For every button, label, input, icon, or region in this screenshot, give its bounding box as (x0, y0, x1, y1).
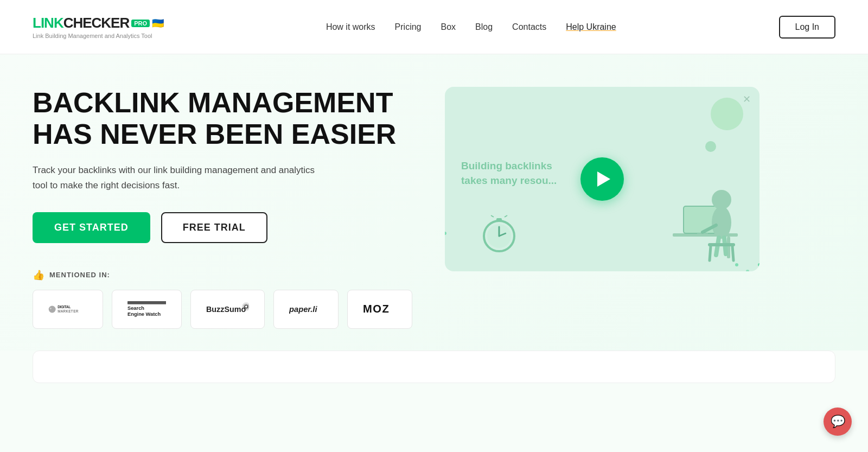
login-button[interactable]: Log In (779, 16, 835, 39)
brand-buzzsumo: BuzzSumo (190, 290, 265, 329)
brand-search-engine-watch: Search Engine Watch (112, 290, 182, 329)
video-play-button[interactable] (580, 157, 624, 201)
main-nav: How it works Pricing Box Blog Contacts H… (326, 22, 616, 32)
play-triangle-icon (597, 171, 610, 187)
hero-video-panel[interactable]: ✕ Building backlinks takes many resou... (445, 87, 760, 271)
chat-bubble-button[interactable]: 💬 (824, 408, 852, 436)
svg-text:Engine Watch: Engine Watch (127, 311, 161, 317)
video-overlay-text: Building backlinks takes many resou... (461, 159, 557, 188)
logo-flag: 🇺🇦 (152, 17, 163, 29)
logo-checker-text: CHECKER (63, 15, 130, 31)
logo-strip: DIGITAL MARKETER Search Engine Watch Buz… (33, 290, 412, 329)
hero-description: Track your backlinks with our link build… (33, 163, 315, 192)
nav-how-it-works[interactable]: How it works (326, 22, 375, 32)
nav-contacts[interactable]: Contacts (512, 22, 546, 32)
svg-line-19 (491, 215, 494, 217)
svg-text:DIGITAL: DIGITAL (58, 305, 71, 309)
hero-buttons: GET STARTED FREE TRIAL (33, 212, 412, 243)
svg-rect-5 (127, 301, 167, 304)
illus-circle-big (711, 98, 743, 130)
brand-digital-marketer: DIGITAL MARKETER (33, 290, 103, 329)
brand-paper-li: paper.li (273, 290, 339, 329)
nav-blog[interactable]: Blog (475, 22, 493, 32)
logo[interactable]: LINK CHECKER PRO 🇺🇦 Link Building Manage… (33, 15, 163, 39)
mentioned-label-text: MENTIONED IN: (49, 271, 110, 279)
search-engine-watch-logo: Search Engine Watch (127, 298, 167, 321)
site-header: LINK CHECKER PRO 🇺🇦 Link Building Manage… (0, 0, 868, 54)
brand-moz: MOZ (347, 290, 412, 329)
person-illustration (640, 157, 738, 266)
svg-text:MOZ: MOZ (363, 303, 390, 315)
svg-rect-18 (496, 218, 502, 221)
get-started-button[interactable]: GET STARTED (33, 212, 150, 243)
thumb-icon: 👍 (33, 269, 45, 281)
free-trial-button[interactable]: FREE TRIAL (161, 212, 267, 243)
svg-point-25 (712, 206, 731, 239)
svg-text:BuzzSumo: BuzzSumo (206, 305, 246, 314)
hero-title-line2: HAS NEVER BEEN EASIER (33, 118, 396, 150)
paper-li-logo: paper.li (289, 301, 323, 317)
svg-line-20 (505, 215, 507, 217)
stopwatch-illustration (477, 212, 521, 255)
dots-left (445, 222, 450, 255)
svg-line-32 (732, 246, 733, 260)
video-close-button[interactable]: ✕ (743, 93, 751, 105)
moz-logo: MOZ (363, 301, 397, 317)
svg-point-2 (49, 307, 52, 309)
mentioned-section: 👍 MENTIONED IN: DIGITAL MARKETER (33, 269, 412, 329)
logo-link-text: LINK (33, 15, 63, 31)
svg-line-31 (710, 246, 711, 260)
hero-section: BACKLINK MANAGEMENT HAS NEVER BEEN EASIE… (0, 54, 868, 351)
svg-text:MARKETER: MARKETER (58, 309, 79, 313)
svg-point-34 (445, 232, 446, 235)
svg-point-38 (758, 263, 760, 266)
hero-left: BACKLINK MANAGEMENT HAS NEVER BEEN EASIE… (33, 87, 412, 329)
svg-point-37 (746, 270, 749, 271)
nav-box[interactable]: Box (441, 22, 456, 32)
svg-text:paper.li: paper.li (289, 305, 317, 314)
svg-point-26 (712, 190, 731, 209)
bottom-hint-section (33, 351, 835, 383)
buzzsumo-logo: BuzzSumo (206, 301, 249, 317)
illus-circle-small (705, 141, 716, 152)
mentioned-label: 👍 MENTIONED IN: (33, 269, 412, 281)
nav-help-ukraine[interactable]: Help Ukraine (566, 22, 616, 32)
svg-rect-30 (708, 243, 735, 246)
svg-text:Search: Search (127, 305, 144, 311)
logo-pro-badge: PRO (131, 20, 150, 27)
hero-title-line1: BACKLINK MANAGEMENT (33, 87, 393, 118)
nav-pricing[interactable]: Pricing (395, 22, 422, 32)
digital-marketer-logo: DIGITAL MARKETER (48, 302, 87, 317)
hero-title: BACKLINK MANAGEMENT HAS NEVER BEEN EASIE… (33, 87, 412, 150)
chat-icon: 💬 (831, 415, 845, 429)
logo-tagline: Link Building Management and Analytics T… (33, 33, 163, 39)
